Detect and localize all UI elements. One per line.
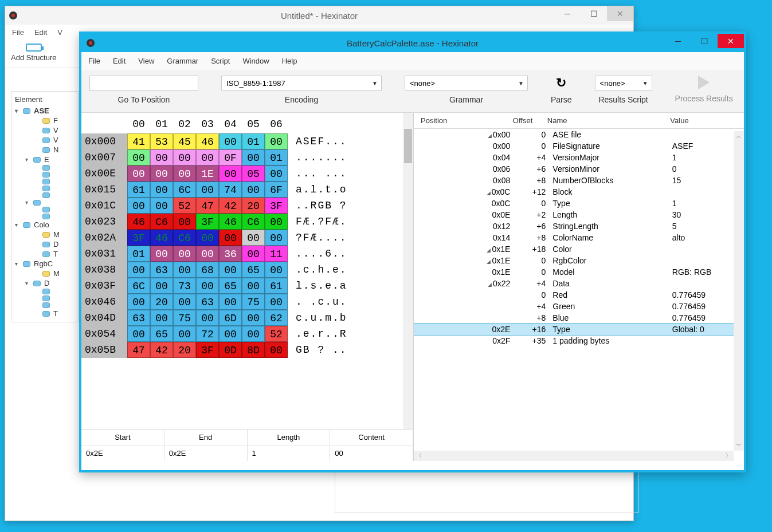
menu-script[interactable]: Script: [211, 57, 230, 65]
tree-item[interactable]: M: [15, 230, 75, 239]
tree-item[interactable]: ▾: [15, 199, 75, 206]
hex-byte[interactable]: C6: [173, 230, 196, 246]
close-button[interactable]: ✕: [607, 6, 633, 21]
menu-file[interactable]: File: [12, 28, 24, 37]
menu-grammar[interactable]: Grammar: [167, 57, 198, 65]
hex-byte[interactable]: 74: [219, 182, 242, 198]
hex-byte[interactable]: 42: [219, 198, 242, 214]
maximize-button[interactable]: ☐: [581, 6, 607, 21]
hex-byte[interactable]: 00: [150, 198, 173, 214]
hex-byte[interactable]: 45: [173, 133, 196, 149]
hex-byte[interactable]: 68: [196, 262, 219, 278]
menu-window[interactable]: Window: [242, 57, 269, 65]
hex-byte[interactable]: 00: [242, 230, 265, 246]
hex-byte[interactable]: 00: [127, 165, 150, 182]
hex-byte[interactable]: 00: [196, 230, 219, 246]
col-value[interactable]: Value: [670, 116, 739, 125]
results-row[interactable]: 0x08+8NumberOfBlocks15: [414, 175, 744, 186]
hex-byte[interactable]: 00: [242, 326, 265, 342]
expand-icon[interactable]: ◢: [485, 259, 491, 265]
hex-byte[interactable]: 52: [173, 198, 196, 214]
tree-item[interactable]: D: [15, 239, 75, 249]
hex-byte[interactable]: 00: [196, 246, 219, 262]
hex-row[interactable]: 0x05B4742203F0D8D00GB ? ..: [81, 342, 413, 358]
tree-item[interactable]: [15, 185, 75, 192]
col-name[interactable]: Name: [547, 116, 670, 125]
hex-byte[interactable]: 3F: [196, 214, 219, 230]
hex-byte[interactable]: 20: [173, 342, 196, 358]
hex-byte[interactable]: 00: [242, 149, 265, 165]
hex-byte[interactable]: 00: [127, 198, 150, 214]
front-titlebar[interactable]: BatteryCalcPalette.ase - Hexinator ─ ☐ ✕: [81, 34, 744, 52]
results-row[interactable]: 0x14+8ColorNamealto: [414, 232, 744, 243]
scroll-down-icon[interactable]: ﹀: [734, 440, 744, 451]
hex-byte[interactable]: 00: [242, 246, 265, 262]
tree-item[interactable]: T: [15, 249, 75, 259]
back-titlebar[interactable]: Untitled* - Hexinator ─ ☐ ✕: [5, 6, 633, 25]
menu-truncated[interactable]: V: [57, 28, 62, 37]
hex-byte[interactable]: 00: [265, 262, 288, 278]
hex-byte[interactable]: 00: [150, 246, 173, 262]
results-row[interactable]: +8Blue0.776459: [414, 312, 744, 324]
tree-item[interactable]: [15, 178, 75, 185]
hex-byte[interactable]: 00: [242, 278, 265, 294]
goto-position-input[interactable]: [89, 76, 198, 90]
col-position[interactable]: Position: [421, 116, 513, 125]
hex-byte[interactable]: 46: [219, 214, 242, 230]
tree-item[interactable]: [15, 164, 75, 171]
tree-item[interactable]: ▾E: [15, 155, 75, 164]
hex-byte[interactable]: 72: [196, 326, 219, 342]
expand-icon[interactable]: ◢: [486, 282, 492, 287]
hex-byte[interactable]: 46: [196, 133, 219, 149]
hex-byte[interactable]: 42: [150, 342, 173, 358]
hex-byte[interactable]: 00: [173, 246, 196, 262]
hex-byte[interactable]: 00: [219, 262, 242, 278]
hex-byte[interactable]: 00: [219, 230, 242, 246]
hex-byte[interactable]: 3F: [265, 198, 288, 214]
scrollbar-thumb[interactable]: [404, 129, 412, 163]
results-row[interactable]: 0x0E+2Length30: [414, 209, 744, 220]
results-row[interactable]: 0x000FileSignatureASEF: [414, 140, 744, 152]
col-offset[interactable]: Offset: [513, 116, 547, 125]
maximize-button[interactable]: ☐: [691, 34, 718, 48]
encoding-dropdown[interactable]: ISO_8859-1:1987 ▼: [221, 76, 382, 90]
hex-row[interactable]: 0x04600200063007500. .c.u.: [81, 294, 413, 310]
hex-byte[interactable]: 75: [173, 310, 196, 326]
hex-byte[interactable]: 46: [127, 214, 150, 230]
hex-byte[interactable]: 00: [173, 165, 196, 182]
expand-icon[interactable]: ◢: [485, 190, 491, 196]
hex-scrollbar-vertical[interactable]: [403, 113, 413, 429]
results-row[interactable]: +4Green0.776459: [414, 301, 744, 312]
close-button[interactable]: ✕: [718, 34, 744, 48]
hex-row[interactable]: 0x03800630068006500.c.h.e.: [81, 262, 413, 278]
hex-byte[interactable]: 00: [196, 310, 219, 326]
hex-byte[interactable]: 65: [150, 326, 173, 342]
hex-byte[interactable]: 63: [127, 310, 150, 326]
tree-item[interactable]: [15, 206, 75, 213]
tree-item[interactable]: V: [15, 135, 75, 145]
hex-byte[interactable]: 3F: [196, 342, 219, 358]
results-row[interactable]: 0x12+6StringLength5: [414, 220, 744, 232]
hex-row[interactable]: 0x01561006C0074006Fa.l.t.o: [81, 182, 413, 198]
hex-byte[interactable]: 00: [173, 326, 196, 342]
hex-byte[interactable]: 00: [150, 165, 173, 182]
hex-byte[interactable]: 00: [173, 214, 196, 230]
tree-item[interactable]: ▾RgbC: [15, 259, 75, 269]
hex-byte[interactable]: 20: [242, 198, 265, 214]
hex-byte[interactable]: 00: [196, 149, 219, 165]
results-row[interactable]: 0x1E0ModelRGB: RGB: [414, 266, 744, 278]
tree-item[interactable]: ▾Colo: [15, 220, 75, 230]
hex-byte[interactable]: 53: [150, 133, 173, 149]
hex-byte[interactable]: 61: [127, 182, 150, 198]
hex-row[interactable]: 0x04D630075006D0062c.u.m.b: [81, 310, 413, 326]
hex-byte[interactable]: 62: [265, 310, 288, 326]
tree-item[interactable]: ▾D: [15, 278, 75, 288]
menu-edit[interactable]: Edit: [34, 28, 47, 37]
hex-byte[interactable]: 00: [242, 310, 265, 326]
hex-byte[interactable]: 3F: [127, 230, 150, 246]
scroll-up-icon[interactable]: ︿: [734, 131, 744, 141]
hex-row[interactable]: 0x01C0000524742203F..RGB ?: [81, 198, 413, 214]
results-row[interactable]: 0x2E+16TypeGlobal: 0: [414, 324, 744, 335]
results-scrollbar-vertical[interactable]: ︿ ﹀: [734, 131, 744, 451]
hex-byte[interactable]: 05: [242, 165, 265, 182]
